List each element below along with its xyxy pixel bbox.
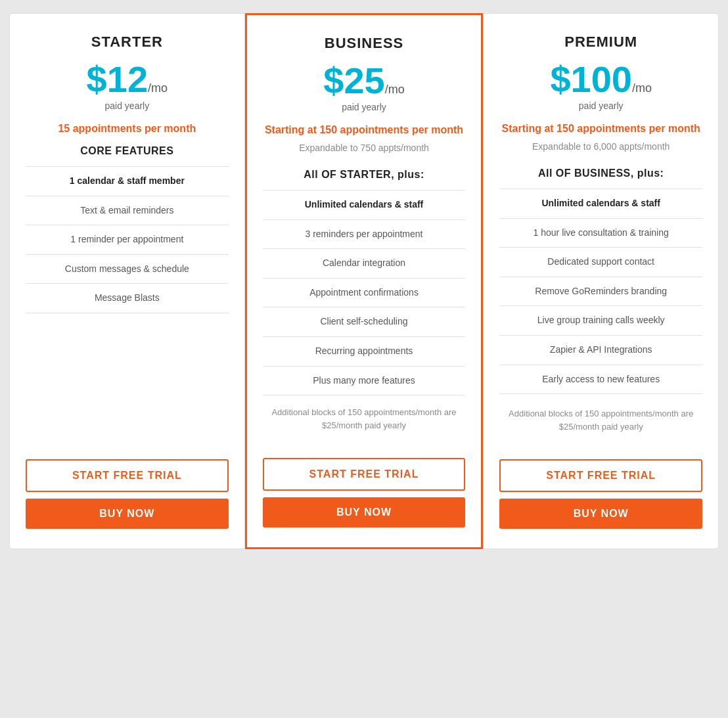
feature-item-premium-3: Remove GoReminders branding bbox=[499, 277, 702, 306]
section-title-premium: All OF BUSINESS, plus: bbox=[499, 168, 702, 179]
feature-item-premium-1: 1 hour live consultation & training bbox=[499, 218, 702, 248]
price-billing-business: paid yearly bbox=[263, 102, 466, 112]
price-amount-business: $25 bbox=[323, 60, 384, 101]
feature-item-premium-0: Unlimited calendars & staff bbox=[499, 189, 702, 218]
features-list-business: Unlimited calendars & staff3 reminders p… bbox=[263, 190, 466, 395]
section-title-starter: CORE FEATURES bbox=[26, 145, 229, 157]
appointments-highlight-starter: 15 appointments per month bbox=[26, 123, 229, 135]
feature-item-starter-3: Custom messages & schedule bbox=[26, 254, 229, 284]
feature-item-premium-4: Live group training calls weekly bbox=[499, 305, 702, 335]
expandable-premium: Expandable to 6,000 appts/month bbox=[499, 141, 702, 152]
expandable-business: Expandable to 750 appts/month bbox=[263, 143, 466, 153]
feature-item-starter-2: 1 reminder per appointment bbox=[26, 225, 229, 254]
price-billing-premium: paid yearly bbox=[499, 101, 702, 111]
appointments-highlight-business: Starting at 150 appointments per month bbox=[263, 124, 466, 136]
feature-item-business-6: Plus many more features bbox=[263, 366, 466, 396]
plan-name-starter: STARTER bbox=[26, 34, 229, 51]
feature-item-business-0: Unlimited calendars & staff bbox=[263, 190, 466, 219]
feature-item-business-5: Recurring appointments bbox=[263, 336, 466, 366]
price-period-starter: /mo bbox=[148, 81, 168, 95]
price-row-business: $25/mo bbox=[263, 62, 466, 99]
feature-item-business-3: Appointment confirmations bbox=[263, 278, 466, 307]
feature-item-business-1: 3 reminders per appointment bbox=[263, 219, 466, 249]
buttons-area-starter: START FREE TRIAL BUY NOW bbox=[26, 446, 229, 529]
feature-item-premium-6: Early access to new features bbox=[499, 365, 702, 395]
plan-card-premium: PREMIUM $100/mo paid yearly Starting at … bbox=[483, 13, 719, 549]
price-billing-starter: paid yearly bbox=[26, 101, 229, 111]
feature-item-starter-4: Message Blasts bbox=[26, 283, 229, 313]
feature-item-starter-0: 1 calendar & staff member bbox=[26, 166, 229, 196]
buttons-area-premium: START FREE TRIAL BUY NOW bbox=[499, 446, 702, 529]
price-row-premium: $100/mo bbox=[499, 61, 702, 98]
feature-item-business-2: Calendar integration bbox=[263, 248, 466, 278]
appointments-highlight-premium: Starting at 150 appointments per month bbox=[499, 123, 702, 135]
feature-item-premium-5: Zapier & API Integrations bbox=[499, 335, 702, 365]
feature-item-starter-1: Text & email reminders bbox=[26, 196, 229, 225]
buy-now-button-premium[interactable]: BUY NOW bbox=[499, 499, 702, 529]
buy-now-button-starter[interactable]: BUY NOW bbox=[26, 499, 229, 529]
plan-card-business: BUSINESS $25/mo paid yearly Starting at … bbox=[245, 13, 484, 549]
features-list-premium: Unlimited calendars & staff1 hour live c… bbox=[499, 189, 702, 397]
plan-name-premium: PREMIUM bbox=[499, 34, 702, 51]
plan-card-starter: STARTER $12/mo paid yearly 15 appointmen… bbox=[9, 13, 245, 549]
buttons-area-business: START FREE TRIAL BUY NOW bbox=[263, 445, 466, 527]
start-free-trial-button-premium[interactable]: START FREE TRIAL bbox=[499, 459, 702, 492]
price-amount-premium: $100 bbox=[550, 58, 632, 100]
additional-note-business: Additional blocks of 150 appointments/mo… bbox=[263, 406, 466, 432]
plan-name-business: BUSINESS bbox=[263, 35, 466, 52]
section-title-business: All OF STARTER, plus: bbox=[263, 169, 466, 181]
start-free-trial-button-starter[interactable]: START FREE TRIAL bbox=[26, 459, 229, 492]
feature-item-business-4: Client self-scheduling bbox=[263, 307, 466, 336]
price-period-premium: /mo bbox=[632, 81, 652, 95]
price-row-starter: $12/mo bbox=[26, 61, 229, 98]
start-free-trial-button-business[interactable]: START FREE TRIAL bbox=[263, 458, 466, 491]
additional-note-premium: Additional blocks of 150 appointments/mo… bbox=[499, 407, 702, 433]
price-amount-starter: $12 bbox=[87, 58, 148, 100]
pricing-container: STARTER $12/mo paid yearly 15 appointmen… bbox=[9, 13, 719, 549]
features-list-starter: 1 calendar & staff memberText & email re… bbox=[26, 166, 229, 446]
buy-now-button-business[interactable]: BUY NOW bbox=[263, 497, 466, 527]
feature-item-premium-2: Dedicated support contact bbox=[499, 247, 702, 277]
price-period-business: /mo bbox=[385, 83, 405, 96]
